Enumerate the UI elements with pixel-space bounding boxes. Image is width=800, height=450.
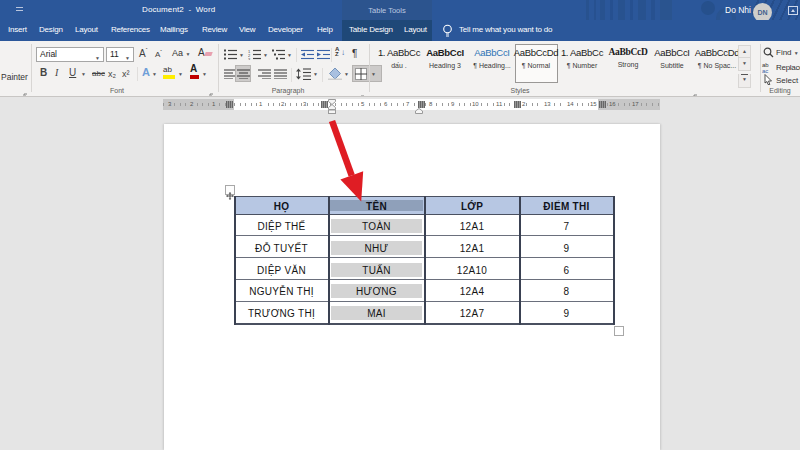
svg-text:3: 3	[248, 57, 251, 61]
